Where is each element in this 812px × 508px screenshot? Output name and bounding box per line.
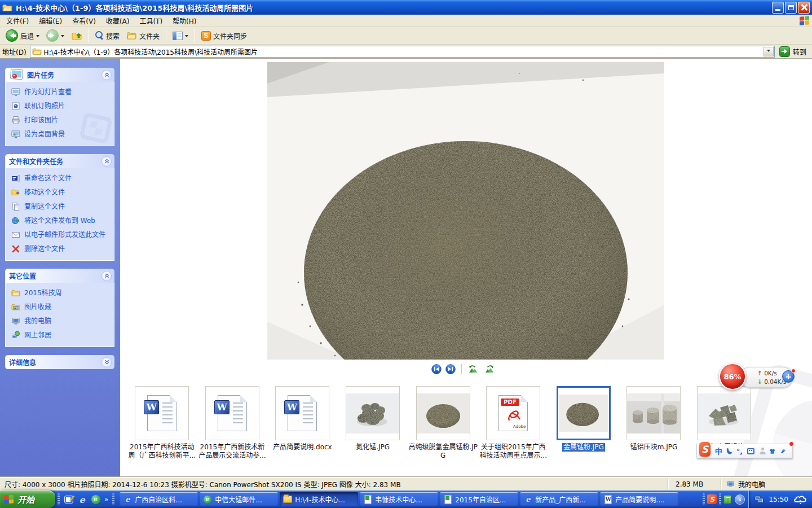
tray-handle[interactable] [719, 493, 721, 505]
views-icon [173, 32, 183, 40]
start-button[interactable]: 开始 [0, 491, 55, 508]
menu-help[interactable]: 帮助(H) [167, 15, 201, 27]
thumbnail-image-nitride[interactable]: 氮化锰.JPG [338, 386, 408, 459]
place-2015-tech-week[interactable]: 2015科技周 [11, 289, 113, 297]
taskbar-item-mail[interactable]: e 中信大锰邮件... [200, 492, 278, 506]
collapse-chevron-icon[interactable] [102, 156, 112, 167]
move-file-icon [11, 188, 20, 197]
task-copy-file[interactable]: 复制这个文件 [11, 203, 113, 211]
ime-mode-toggle[interactable]: 中 [715, 448, 722, 455]
word-file-icon: W [147, 395, 176, 431]
taskbar-item-ie-2[interactable]: e 新产品_广西新... [520, 492, 598, 506]
picture-tasks-header[interactable]: 图片任务 [5, 68, 114, 82]
taskbar-item-doc-1[interactable]: 韦慷技术中心... [360, 492, 438, 506]
preview-image-manganese-powder[interactable] [267, 62, 664, 360]
picture-tasks-icon [9, 69, 24, 81]
show-desktop-icon[interactable] [64, 494, 73, 504]
thumbnail-doc-1[interactable]: W 2015年广西科技活动周（广西科技创新平... [127, 386, 197, 459]
task-publish-web[interactable]: 将这个文件发布到 Web [11, 217, 113, 225]
back-dropdown-icon [36, 35, 39, 39]
other-places-header[interactable]: 其它位置 [5, 269, 114, 283]
soft-keyboard-icon[interactable] [747, 448, 754, 454]
collapse-chevron-icon[interactable] [102, 271, 112, 281]
taskbar-item-word[interactable]: 产品简要说明.... [600, 492, 678, 506]
task-move-file[interactable]: 移动这个文件 [11, 189, 113, 197]
restore-button[interactable] [785, 2, 797, 14]
task-email-file[interactable]: 以电子邮件形式发送此文件 [11, 231, 113, 239]
thumbnail-pdf[interactable]: PDF Adobe 关于组织2015年广西科技活动周重点展示... [478, 386, 549, 459]
expand-chevron-icon[interactable] [102, 357, 112, 367]
task-print-picture[interactable]: 打印该图片 [11, 116, 113, 125]
go-icon [779, 46, 790, 57]
window-title: H:\4-技术中心\（1-9）各项科技活动\2015科技周\科技活动周所需图片 [16, 2, 769, 13]
place-network[interactable]: 网上邻居 [11, 331, 113, 340]
details-header[interactable]: 详细信息 [5, 355, 114, 369]
cloud-tray-icon[interactable] [793, 494, 807, 505]
close-button[interactable] [798, 2, 810, 14]
ime-account-icon[interactable] [759, 448, 765, 454]
task-buttons: e 广西自治区科... e 中信大锰邮件... H:\4-技术中心... 韦慷技… [120, 492, 678, 506]
ime-toolbox-icon[interactable] [780, 447, 786, 455]
menu-favorites[interactable]: 收藏(A) [101, 15, 135, 27]
document-icon [363, 495, 372, 504]
rotate-clockwise-button[interactable] [483, 365, 495, 374]
ime-skin-icon[interactable] [769, 448, 775, 455]
sogou-logo-icon[interactable]: S [699, 442, 710, 457]
network-tray-icon[interactable] [754, 496, 764, 503]
menu-view[interactable]: 查看(V) [67, 15, 101, 27]
memory-usage-ball[interactable]: 86% [719, 363, 746, 390]
task-view-slideshow[interactable]: 作为幻灯片查看 [11, 88, 113, 97]
back-button[interactable]: 后退 [3, 28, 42, 43]
task-rename-file[interactable]: 重命名这个文件 [11, 174, 113, 183]
previous-image-button[interactable] [431, 364, 442, 374]
thumbnail-image-briquettes[interactable]: 锰铝压块m.JPG [619, 386, 689, 459]
address-input[interactable]: H:\4-技术中心\（1-9）各项科技活动\2015科技周\科技活动周所需图片 [30, 46, 775, 58]
taskbar-item-doc-2[interactable]: 2015年自治区... [440, 492, 518, 506]
ime-notification-dot [789, 441, 794, 446]
green-browser-icon[interactable]: e [91, 494, 100, 504]
search-button[interactable]: 搜索 [92, 30, 122, 42]
views-button[interactable] [170, 30, 191, 41]
menu-tools[interactable]: 工具(T) [134, 15, 167, 27]
thumbnail-image-metal-powder-selected[interactable]: 金属锰粉.JPG [549, 386, 619, 459]
minimize-button[interactable] [772, 2, 784, 14]
moon-mode-icon[interactable] [726, 447, 733, 456]
thumbnail-image-dehydrogenated-powder[interactable]: 高纯级脱氢金属锰粉.JPG [408, 386, 478, 459]
sogou-tray-icon[interactable]: S [707, 494, 717, 504]
hidden-icons-chevron[interactable]: ‹ [735, 494, 745, 505]
address-dropdown-button[interactable] [764, 47, 774, 56]
status-file-size: 2.83 MB [669, 480, 721, 488]
usb-device-icon[interactable] [723, 495, 731, 504]
task-order-prints[interactable]: 联机订购照片 [11, 102, 113, 111]
up-button[interactable] [68, 29, 85, 42]
taskbar-item-explorer-active[interactable]: H:\4-技术中心... [280, 492, 358, 506]
quick-launch-more-chevron[interactable]: » [104, 496, 108, 503]
task-set-desktop-background[interactable]: 设为桌面背景 [11, 130, 113, 139]
panel-title: 其它位置 [9, 271, 36, 281]
go-button[interactable]: 转到 [778, 46, 810, 57]
folder-sync-button[interactable]: S 文件夹同步 [198, 30, 250, 42]
file-tasks-header[interactable]: 文件和文件夹任务 [5, 154, 114, 168]
ime-punctuation-toggle[interactable]: °, [736, 448, 743, 455]
ie-icon[interactable]: e [77, 494, 87, 504]
taskbar-handle[interactable] [112, 493, 114, 505]
folders-button[interactable]: 文件夹 [123, 30, 162, 42]
place-my-pictures[interactable]: 图片收藏 [11, 303, 113, 312]
windows-logo-icon [4, 494, 14, 505]
thumbnail-doc-2[interactable]: W 2015年广西新技术新产品展示交流活动参... [197, 386, 268, 459]
clock[interactable]: 15:50 [769, 496, 788, 503]
collapse-chevron-icon[interactable] [102, 70, 112, 80]
menu-edit[interactable]: 编辑(E) [34, 15, 67, 27]
quick-launch-handle[interactable] [58, 493, 60, 505]
document-icon [443, 495, 452, 504]
menubar: 文件(F) 编辑(E) 查看(V) 收藏(A) 工具(T) 帮助(H) [0, 15, 812, 27]
task-delete-file[interactable]: 删除这个文件 [11, 245, 113, 253]
thumbnail-doc-3[interactable]: W 产品简要说明.docx [267, 386, 338, 459]
menu-file[interactable]: 文件(F) [1, 15, 34, 27]
tray-handle[interactable] [703, 493, 705, 505]
place-my-computer[interactable]: 我的电脑 [11, 317, 113, 326]
forward-button[interactable] [43, 28, 67, 43]
taskbar-item-ie-1[interactable]: e 广西自治区科... [120, 492, 198, 506]
next-image-button[interactable] [445, 364, 456, 374]
rotate-counterclockwise-button[interactable] [467, 365, 479, 374]
